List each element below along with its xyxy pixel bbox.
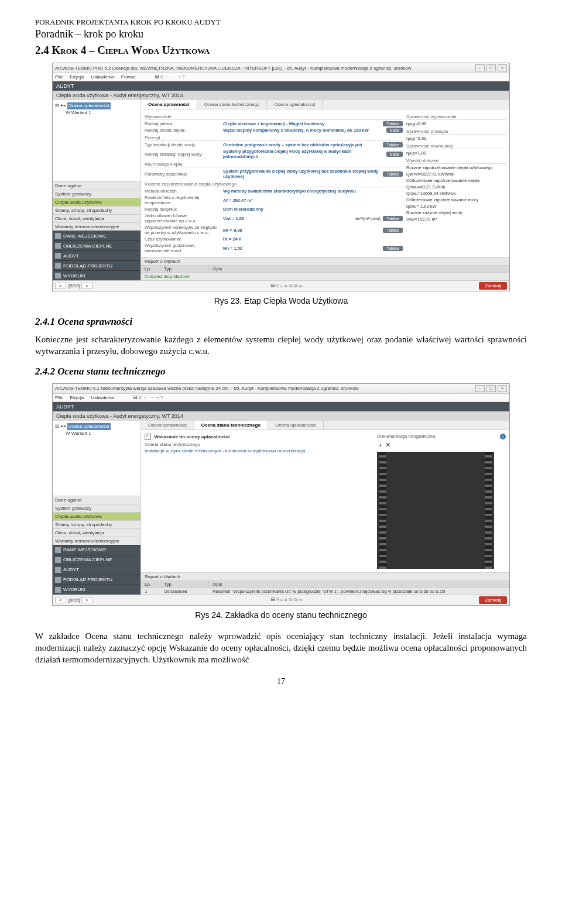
toolbar-icons-2[interactable]: 🖬 ⎘ ← → ⇢ ?	[133, 395, 163, 400]
res2l: Obliczeniowe zapotrzebowanie ciepła	[406, 178, 479, 183]
report-header: Lp. Typ Opis	[141, 265, 509, 273]
audit-icon	[55, 253, 61, 259]
section-title: 2.4 Krok 4 – Ciepła Woda Użytkowa	[35, 44, 527, 57]
close-button-2[interactable]: Zamknij	[479, 596, 507, 604]
menu-edycja[interactable]: Edycja	[70, 395, 84, 400]
sidebar-item-okna[interactable]: Okna, drzwi, wentylacja	[53, 528, 140, 537]
minimize-icon[interactable]: –	[475, 385, 485, 392]
tree[interactable]: ⊟ +× Ocena opłacalności W Wariant 1	[53, 100, 140, 181]
menu-pomoc[interactable]: Pomoc	[121, 74, 136, 80]
caption-1: Rys 23. Etap Ciepła Woda Użytkowa	[35, 296, 527, 305]
nav-audyt[interactable]: AUDYT	[53, 250, 140, 260]
add-remove-photo[interactable]: ＋ ✕	[377, 441, 506, 449]
report-row[interactable]: 1 Ostrzeżenie Parametr "Współczynnik prz…	[141, 588, 509, 595]
toolbar-icons[interactable]: 🖬 ⎘ ← → ⇢ ?	[155, 74, 185, 80]
grp-przesyl: Przesył	[145, 135, 403, 141]
val-jedn[interactable]: Vwi = 1,60	[223, 216, 352, 221]
report-title-2: Raport o błędach	[141, 573, 509, 580]
minimize-icon[interactable]: –	[475, 64, 485, 71]
sidebar-item-sciany[interactable]: Ściany, stropy, stropodachy	[53, 206, 140, 214]
nav-obliczenia[interactable]: OBLICZENIA CIEPLNE	[53, 555, 140, 565]
checkbox-wskazanie[interactable]	[145, 434, 151, 440]
val-metoda[interactable]: Wg metody świadectwa charakterystyki ene…	[223, 188, 403, 194]
preview-icon	[55, 577, 61, 583]
menu-ustawienia[interactable]: Ustawienia	[91, 395, 114, 400]
close-icon[interactable]: ×	[498, 64, 507, 71]
menu-ustawienia[interactable]: Ustawienia	[91, 74, 114, 80]
sidebar-item-okna[interactable]: Okna, drzwi, wentylacja	[53, 214, 140, 222]
tab-stan[interactable]: Ocena stanu technicznego	[194, 421, 268, 430]
res1l: Roczne zapotrzebowanie ciepła użytkowego	[406, 165, 493, 170]
btn-tablice[interactable]: Tablice	[383, 121, 403, 126]
nav-next[interactable]: >	[81, 283, 92, 289]
val-param-zas[interactable]: System przygotowania ciepłej wody użytko…	[223, 169, 381, 179]
tab-sprawnosc[interactable]: Ocena sprawności	[141, 421, 194, 430]
btn-baza-2[interactable]: Baza	[386, 152, 403, 157]
sidebar-2: ⊟ +× Ocena opłacalności W Wariant 1 Dane…	[53, 421, 141, 595]
btn-tablice-6[interactable]: Tablice	[383, 246, 403, 251]
tree-2[interactable]: ⊟ +× Ocena opłacalności W Wariant 1	[53, 421, 140, 496]
doc-header: PORADNIK PROJEKTANTA KROK PO KROKU AUDYT	[35, 18, 527, 27]
close-button[interactable]: Zamknij	[479, 282, 507, 290]
nav-next[interactable]: >	[81, 597, 92, 603]
val-rodzaj-bud[interactable]: Dom wielorodzinny	[223, 207, 403, 212]
module-bar-2: AUDYT	[53, 402, 509, 411]
nav-prev[interactable]: <	[55, 283, 66, 289]
btn-tablice-4[interactable]: Tablice	[383, 216, 403, 221]
res5l: Roczne zużycie ciepłej wody	[406, 210, 462, 215]
menu-edycja[interactable]: Edycja	[70, 74, 84, 80]
sidebar-item-system[interactable]: System grzewczy	[53, 190, 140, 198]
nav-audyt[interactable]: AUDYT	[53, 565, 140, 575]
val-wsp[interactable]: kR = 0,90	[223, 228, 381, 233]
nav-podglad[interactable]: PODGLĄD PROJEKTU	[53, 575, 140, 585]
btn-tablice-3[interactable]: Tablice	[383, 171, 403, 177]
nav-obliczenia[interactable]: OBLICZENIA CIEPLNE	[53, 241, 140, 250]
page-indicator: [9/15]	[68, 283, 80, 288]
btn-tablice-2[interactable]: Tablice	[383, 142, 403, 147]
refresh-errors[interactable]: Odśwież listę błędów!	[141, 273, 509, 280]
sidebar-item-warianty[interactable]: Warianty termomodernizacyjne	[53, 222, 140, 231]
tab-sprawnosc[interactable]: Ocena sprawności	[141, 100, 197, 109]
nav-podglad[interactable]: PODGLĄD PROJEKTU	[53, 260, 140, 270]
btn-baza[interactable]: Baza	[386, 128, 403, 133]
nav-dane-wejsciowe[interactable]: DANE WEJŚCIOWE	[53, 545, 140, 555]
rv3: ηw,s=1,00	[406, 150, 426, 156]
close-icon[interactable]: ×	[498, 385, 507, 392]
photo-filmstrip[interactable]	[377, 452, 494, 569]
sidebar-item-sciany[interactable]: Ściany, stropy, stropodachy	[53, 520, 140, 528]
sidebar-item-system[interactable]: System grzewczy	[53, 504, 140, 512]
status-icons[interactable]: 🖬 ⎘ ⌦ ☰ ⧉ ⧉ ⌨	[270, 283, 302, 289]
info-icon[interactable]: i	[500, 434, 506, 439]
sidebar-item-warianty[interactable]: Warianty termomodernizacyjne	[53, 537, 140, 545]
maximize-icon[interactable]: □	[486, 64, 496, 71]
menu-plik[interactable]: Plik	[55, 395, 63, 400]
final-body: W zakładce Ocena stanu technicznego nale…	[35, 630, 527, 666]
val-wsp-godz[interactable]: Nh = 1,50	[223, 246, 381, 251]
sidebar-item-dane[interactable]: Dane ogólne	[53, 181, 140, 190]
form-left: Wytwarzanie Rodzaj paliwa:Ciepło sieciow…	[145, 112, 403, 255]
nav-prev[interactable]: <	[55, 597, 66, 603]
val-typ-inst[interactable]: Centralne podgrzanie wody – system bez o…	[223, 142, 381, 147]
btn-tablice-5[interactable]: Tablice	[383, 228, 403, 233]
tab-oplacalnosc[interactable]: Ocena opłacalności	[268, 421, 324, 430]
tree-variant-2: W Wariant 1	[55, 430, 138, 437]
menu-plik[interactable]: Plik	[55, 74, 63, 80]
val-rodzaj-zrodla[interactable]: Węzeł cieplny kompaktowy z obudową, o mo…	[223, 128, 384, 133]
sidebar-item-cwu[interactable]: Ciepła woda użytkowa	[53, 512, 140, 520]
col-opis: Opis	[209, 581, 509, 588]
desc-text[interactable]: Instalacja w złym stanie technicznym - k…	[145, 448, 372, 454]
maximize-icon[interactable]: □	[486, 385, 496, 392]
nav-dane-wejsciowe[interactable]: DANE WEJŚCIOWE	[53, 231, 140, 241]
sidebar-item-dane[interactable]: Dane ogólne	[53, 496, 140, 504]
sidebar-item-cwu[interactable]: Ciepła woda użytkowa	[53, 198, 140, 206]
tab-stan[interactable]: Ocena stanu technicznego	[197, 100, 268, 109]
lbl-wsp-godz: Współczynnik godzinowej nierównomiernośc…	[145, 243, 221, 253]
statusbar: < [9/15] > 🖬 ⎘ ⌦ ☰ ⧉ ⧉ ⌨ Zamknij	[53, 280, 509, 291]
nav-wydruki[interactable]: WYDRUKI	[53, 585, 140, 595]
nav-wydruki[interactable]: WYDRUKI	[53, 270, 140, 280]
val-rodzaj-inst[interactable]: Systemy przygotowania ciepłej wody użytk…	[223, 149, 384, 159]
tab-oplacalnosc[interactable]: Ocena opłacalności	[267, 100, 323, 109]
status-icons-2[interactable]: 🖬 ⎘ ⌦ ☰ ⧉ ⧉ ⌨	[270, 597, 302, 603]
val-rodzaj-paliwa[interactable]: Ciepło sieciowe z kogeneracji - Węgiel k…	[223, 121, 381, 126]
val-czas[interactable]: tR = 24 h	[223, 236, 403, 242]
